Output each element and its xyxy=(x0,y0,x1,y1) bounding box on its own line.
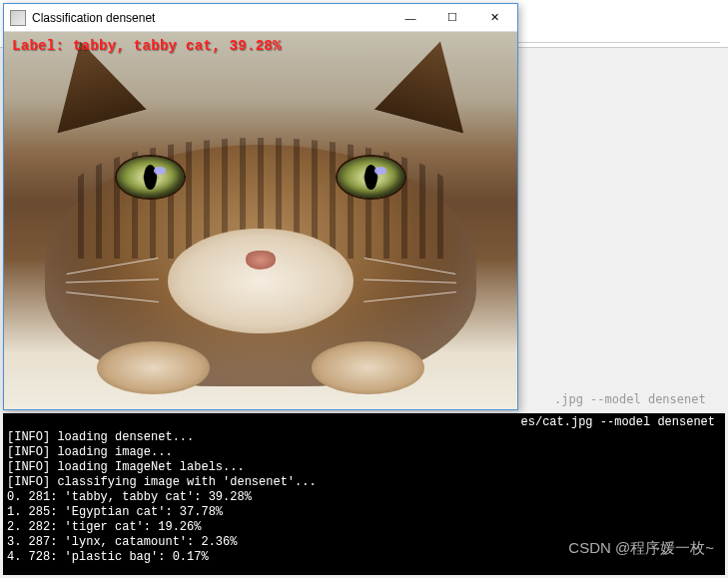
terminal-line: 1. 285: 'Egyptian cat': 37.78% xyxy=(7,505,721,520)
app-icon xyxy=(10,10,26,26)
terminal-line: 2. 282: 'tiger cat': 19.26% xyxy=(7,520,721,535)
prediction-label-overlay: Label: tabby, tabby cat, 39.28% xyxy=(12,38,282,54)
minimize-button[interactable]: — xyxy=(389,5,431,31)
terminal-line: [INFO] loading image... xyxy=(7,445,721,460)
titlebar[interactable]: Classification densenet — ☐ ✕ xyxy=(4,4,517,32)
image-viewer-window: Classification densenet — ☐ ✕ Label: tab… xyxy=(3,3,518,410)
watermark-text: CSDN @程序媛一枚~ xyxy=(568,539,714,558)
background-cmd-text: .jpg --model densenet xyxy=(554,392,706,406)
terminal-line: [INFO] loading ImageNet labels... xyxy=(7,460,721,475)
terminal-line: [INFO] classifying image with 'densenet'… xyxy=(7,475,721,490)
maximize-button[interactable]: ☐ xyxy=(431,5,473,31)
background-separator xyxy=(514,42,720,43)
cat-image-icon xyxy=(4,32,517,409)
close-button[interactable]: ✕ xyxy=(473,5,515,31)
terminal-line: [INFO] loading densenet... xyxy=(7,430,721,445)
terminal-cmd-tail: es/cat.jpg --model densenet xyxy=(7,415,721,430)
terminal-line: 0. 281: 'tabby, tabby cat': 39.28% xyxy=(7,490,721,505)
classified-image: Label: tabby, tabby cat, 39.28% xyxy=(4,32,517,409)
window-title: Classification densenet xyxy=(32,11,389,25)
